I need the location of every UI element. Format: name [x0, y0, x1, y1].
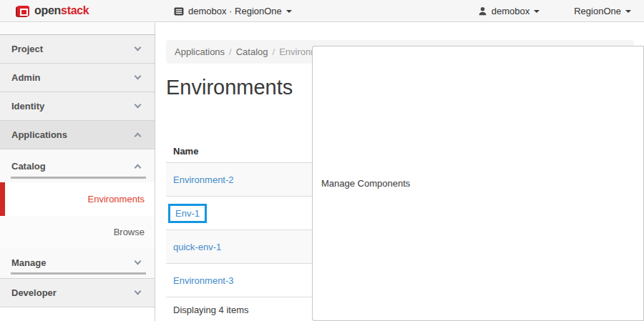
environment-link[interactable]: quick-env-1 — [173, 242, 221, 252]
row-actions-split-button: Manage Components — [514, 275, 534, 287]
environment-link[interactable]: Environment-3 — [173, 275, 234, 286]
breadcrumb-applications[interactable]: Applications — [175, 46, 225, 57]
chevron-down-icon — [135, 288, 142, 295]
logo-text-stack: stack — [61, 4, 89, 16]
user-icon — [478, 6, 487, 16]
chevron-down-icon — [135, 44, 142, 51]
openstack-cube-icon — [17, 6, 29, 16]
context-switcher-label: demobox · RegionOne — [188, 6, 282, 16]
user-menu-label: demobox — [492, 6, 530, 16]
user-menu[interactable]: demobox — [478, 6, 540, 16]
breadcrumb-separator: / — [225, 46, 236, 57]
breadcrumb-catalog[interactable]: Catalog — [236, 46, 268, 57]
sidebar-item-project[interactable]: Project — [0, 35, 155, 64]
openstack-logo[interactable]: openstack — [0, 4, 89, 17]
sidebar-item-identity[interactable]: Identity — [0, 92, 155, 121]
sidebar-item-label: Admin — [11, 72, 40, 83]
sidebar-item-label: Environments — [88, 194, 145, 204]
sidebar-item-admin[interactable]: Admin — [0, 64, 155, 92]
app-window: openstack demobox · RegionOne demobox Re… — [0, 0, 644, 321]
project-region-switcher[interactable]: demobox · RegionOne — [174, 0, 292, 22]
sidebar-item-label: Browse — [114, 227, 145, 237]
sidebar-item-label: Project — [11, 44, 43, 54]
region-menu-label: RegionOne — [574, 6, 621, 16]
environment-link[interactable]: Env-1 — [175, 208, 200, 219]
manage-components-button[interactable]: Manage Components — [312, 46, 644, 321]
chevron-up-icon — [135, 133, 142, 140]
breadcrumb-separator: / — [268, 46, 280, 57]
sidebar-item-label: Identity — [11, 101, 44, 112]
sidebar-item-label: Catalog — [11, 161, 46, 172]
sidebar-item-label: Manage — [11, 257, 46, 268]
highlight-box: Env-1 — [168, 204, 207, 223]
environment-link[interactable]: Environment-2 — [173, 174, 234, 185]
environments-table: Name Status Actions Environment-2 Ready … — [166, 140, 634, 321]
sidebar-top-strip — [0, 23, 155, 35]
list-icon — [174, 7, 184, 16]
openstack-logo-text: openstack — [34, 4, 89, 17]
header-right-menus: demobox RegionOne — [478, 0, 644, 22]
main-content: Applications/Catalog/Environments Enviro… — [156, 23, 644, 321]
sidebar-item-catalog[interactable]: Catalog — [0, 149, 155, 182]
table-row: Environment-3 Ready to deploy Manage Com… — [166, 264, 634, 297]
sidebar-item-manage[interactable]: Manage — [0, 247, 155, 279]
top-header: openstack demobox · RegionOne demobox Re… — [0, 0, 644, 22]
sidebar-item-applications[interactable]: Applications — [0, 121, 155, 149]
caret-down-icon — [286, 10, 292, 13]
chevron-down-icon — [135, 102, 142, 109]
caret-down-icon — [534, 10, 540, 13]
chevron-down-icon — [135, 258, 142, 265]
logo-text-open: open — [34, 4, 61, 16]
chevron-up-icon — [135, 164, 142, 171]
sidebar-nav: Project Admin Identity Applications Cata… — [0, 23, 155, 321]
sidebar-item-developer[interactable]: Developer — [0, 279, 155, 307]
sidebar-item-environments[interactable]: Environments — [0, 182, 155, 216]
sidebar-item-label: Developer — [11, 287, 57, 298]
sidebar-item-label: Applications — [11, 129, 67, 140]
chevron-down-icon — [135, 73, 142, 80]
caret-down-icon — [625, 10, 631, 13]
sidebar-item-browse[interactable]: Browse — [0, 216, 155, 247]
region-menu[interactable]: RegionOne — [574, 6, 631, 16]
